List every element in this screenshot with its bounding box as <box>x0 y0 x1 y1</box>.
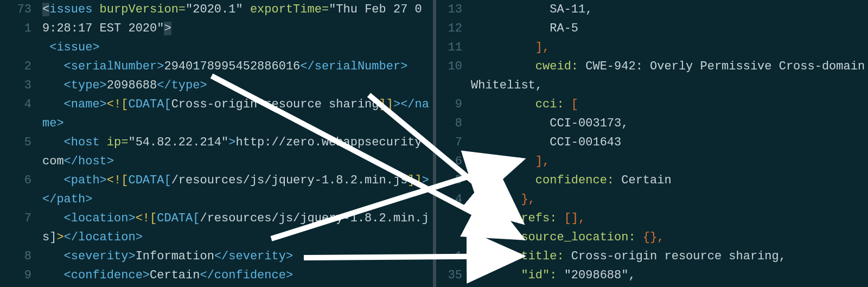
split-editor: 73 1 2 3 4 5 6 7 8 9 10 <issues burpVers… <box>0 0 868 287</box>
left-gutter: 73 1 2 3 4 5 6 7 8 9 10 <box>0 0 39 287</box>
right-code[interactable]: SA-11, RA-5 ], cweid: CWE-942: Overly Pe… <box>471 0 868 287</box>
right-gutter: 13 12 11 10 9 8 7 6 5 4 1 35 <box>436 0 469 287</box>
left-code[interactable]: <issues burpVersion="2020.1" exportTime=… <box>42 0 433 287</box>
right-pane[interactable]: 13 12 11 10 9 8 7 6 5 4 1 35 SA-11, RA-5… <box>436 0 868 287</box>
left-pane[interactable]: 73 1 2 3 4 5 6 7 8 9 10 <issues burpVers… <box>0 0 433 287</box>
